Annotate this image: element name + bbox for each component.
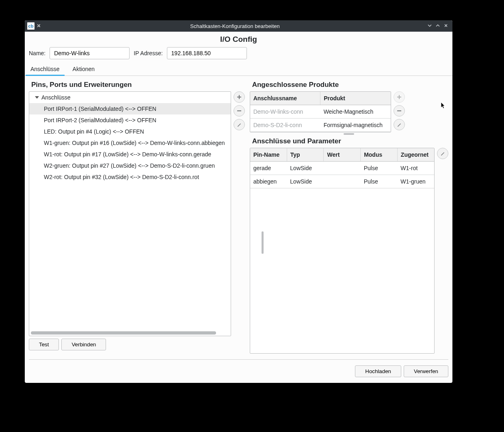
discard-button[interactable]: Verwerfen — [404, 365, 448, 377]
table-row[interactable]: Demo-S-D2-li-conn Formsignal-magnetisch — [250, 119, 391, 132]
cell-connection: Demo-W-links-conn — [250, 105, 320, 119]
products-table-box: Anschlussname Produkt Demo-W-links-conn … — [250, 91, 391, 132]
add-connection-button[interactable] — [234, 91, 245, 103]
cell-assigned: W1-gruen — [397, 175, 434, 188]
left-button-row: Test Verbinden — [29, 336, 245, 354]
tab-connections[interactable]: Anschlüsse — [29, 63, 61, 76]
tree-root-label: Anschlüsse — [41, 94, 71, 101]
products-title: Angeschlossene Produkte — [252, 81, 448, 89]
tree-item[interactable]: W1-rot: Output pin #17 (LowSide) <--> De… — [29, 149, 231, 160]
cell-product: Formsignal-magnetisch — [320, 119, 391, 132]
content-area: Pins, Ports und Erweiterungen Anschlüsse… — [25, 76, 452, 354]
edit-param-button[interactable] — [437, 148, 448, 159]
horizontal-splitter[interactable] — [262, 231, 264, 254]
titlebar: cb ✛ Schaltkasten-Konfiguration bearbeit… — [25, 20, 452, 32]
chevron-down-icon — [35, 96, 39, 99]
edit-connection-button[interactable] — [234, 119, 245, 130]
tree-item[interactable]: LED: Output pin #4 (Logic) <--> OFFEN — [29, 126, 231, 137]
cell-pin: gerade — [250, 162, 287, 175]
name-input[interactable] — [50, 47, 130, 59]
left-panel: Pins, Ports und Erweiterungen Anschlüsse… — [29, 79, 245, 354]
tree-item[interactable]: Port IRPort-1 (SerialModulated) <--> OFF… — [29, 103, 231, 114]
footer: Hochladen Verwerfen — [25, 360, 452, 383]
params-col-mode[interactable]: Modus — [361, 148, 398, 162]
tabs: Anschlüsse Aktionen — [25, 63, 452, 76]
cell-connection: Demo-S-D2-li-conn — [250, 119, 320, 132]
table-row[interactable]: gerade LowSide Pulse W1-rot — [250, 162, 434, 175]
scrollbar-horizontal[interactable] — [30, 331, 230, 335]
window-title: Schaltkasten-Konfiguration bearbeiten — [44, 23, 426, 29]
tab-actions[interactable]: Aktionen — [71, 63, 96, 76]
params-table-box: Pin-Name Typ Wert Modus Zugeornet gerade… — [250, 148, 435, 354]
tree-item[interactable]: W2-rot: Output pin #32 (LowSide) <--> De… — [29, 171, 231, 183]
vertical-splitter[interactable] — [250, 132, 448, 137]
cell-mode: Pulse — [361, 175, 398, 188]
params-col-assigned[interactable]: Zugeornet — [397, 148, 434, 162]
page-title: I/O Config — [25, 32, 452, 45]
cell-type: LowSide — [287, 162, 324, 175]
app-icon: cb — [27, 22, 35, 30]
products-col-product[interactable]: Produkt — [320, 92, 391, 105]
cell-type: LowSide — [287, 175, 324, 188]
ip-label: IP Adresse: — [134, 50, 162, 56]
tree-side-buttons — [234, 91, 245, 336]
connect-button[interactable]: Verbinden — [61, 339, 106, 350]
name-label: Name: — [29, 50, 45, 56]
tree-item[interactable]: Port IRPort-2 (SerialModulated) <--> OFF… — [29, 114, 231, 126]
cell-value — [324, 175, 361, 188]
products-side-buttons — [394, 91, 405, 132]
remove-product-button[interactable] — [394, 105, 405, 117]
maximize-icon[interactable] — [434, 23, 442, 29]
table-row[interactable]: Demo-W-links-conn Weiche-Magnetisch — [250, 105, 391, 119]
left-panel-title: Pins, Ports und Erweiterungen — [31, 81, 245, 89]
cell-assigned: W1-rot — [397, 162, 434, 175]
splitter-handle-icon — [344, 133, 354, 135]
main-window: cb ✛ Schaltkasten-Konfiguration bearbeit… — [25, 20, 452, 383]
upload-button[interactable]: Hochladen — [355, 365, 401, 377]
close-icon[interactable] — [442, 23, 450, 29]
pin-icon[interactable]: ✛ — [36, 23, 43, 30]
right-panel: Angeschlossene Produkte Anschlussname Pr… — [250, 79, 448, 354]
ip-input[interactable] — [167, 47, 247, 59]
test-button[interactable]: Test — [29, 339, 59, 350]
tree-item[interactable]: W1-gruen: Output pin #16 (LowSide) <--> … — [29, 137, 231, 149]
params-col-type[interactable]: Typ — [287, 148, 324, 162]
edit-product-button[interactable] — [394, 119, 405, 130]
params-col-pin[interactable]: Pin-Name — [250, 148, 287, 162]
cell-product: Weiche-Magnetisch — [320, 105, 391, 119]
cell-pin: abbiegen — [250, 175, 287, 188]
products-col-connection[interactable]: Anschlussname — [250, 92, 320, 105]
params-col-value[interactable]: Wert — [324, 148, 361, 162]
scrollbar-thumb[interactable] — [31, 331, 216, 335]
params-side-buttons — [437, 148, 448, 354]
form-row: Name: IP Adresse: — [25, 45, 452, 63]
params-title: Anschlüsse und Parameter — [252, 137, 448, 145]
add-product-button[interactable] — [394, 91, 405, 103]
connections-tree: Anschlüsse Port IRPort-1 (SerialModulate… — [29, 91, 231, 336]
tree-item[interactable]: W2-gruen: Output pin #27 (LowSide) <--> … — [29, 160, 231, 171]
remove-connection-button[interactable] — [234, 105, 245, 117]
cell-value — [324, 162, 361, 175]
cell-mode: Pulse — [361, 162, 398, 175]
tree-root[interactable]: Anschlüsse — [29, 92, 231, 103]
minimize-icon[interactable] — [426, 23, 434, 29]
table-row[interactable]: abbiegen LowSide Pulse W1-gruen — [250, 175, 434, 188]
